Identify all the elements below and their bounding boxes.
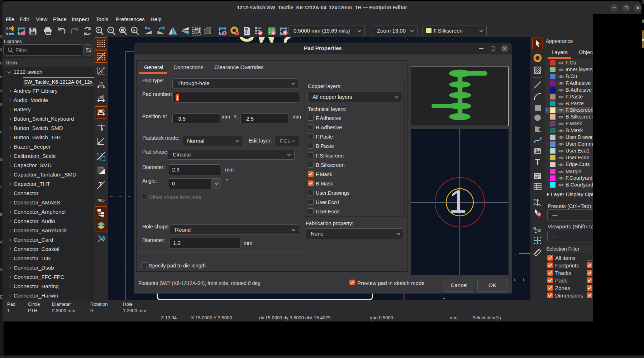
svg-text:mil: mil xyxy=(99,95,104,99)
svg-text:mm: mm xyxy=(97,108,105,112)
svg-text:(0,0): (0,0) xyxy=(535,228,541,231)
svg-text:in: in xyxy=(100,81,103,85)
svg-text:r: r xyxy=(99,67,100,71)
svg-text:θ: θ xyxy=(101,71,102,74)
svg-text:T: T xyxy=(535,158,540,166)
svg-text:1: 1 xyxy=(449,184,467,219)
